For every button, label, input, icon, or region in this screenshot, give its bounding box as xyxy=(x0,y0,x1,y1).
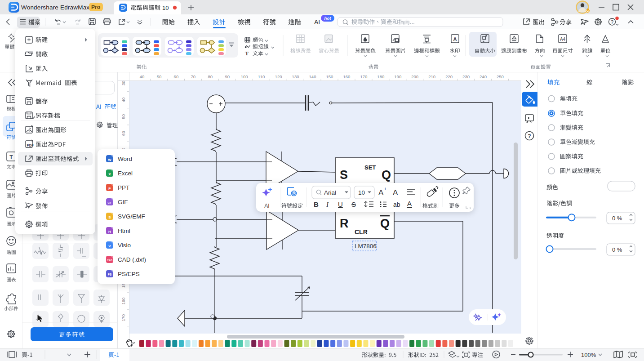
svg-text:S: S xyxy=(351,201,356,208)
svg-text:A: A xyxy=(393,188,398,197)
svg-text:CAD (.dxf): CAD (.dxf) xyxy=(118,256,146,263)
svg-text:V: V xyxy=(108,244,111,248)
svg-text:H: H xyxy=(108,230,111,234)
svg-text:PPT: PPT xyxy=(118,184,129,191)
svg-text:−: − xyxy=(398,186,401,192)
svg-text:PDF: PDF xyxy=(27,143,34,147)
svg-text:GIF: GIF xyxy=(118,199,128,205)
svg-text:Excel: Excel xyxy=(118,170,133,177)
svg-text:X: X xyxy=(108,172,111,176)
svg-text:Word: Word xyxy=(118,156,132,162)
svg-text:S: S xyxy=(108,215,111,219)
svg-text:B: B xyxy=(314,201,319,208)
svg-text:Html: Html xyxy=(118,227,130,234)
svg-text:SVG/EMF: SVG/EMF xyxy=(118,213,145,220)
svg-text:Arial: Arial xyxy=(324,189,336,196)
svg-text:U: U xyxy=(338,201,343,208)
svg-text:PS/EPS: PS/EPS xyxy=(118,271,140,277)
svg-text:AI: AI xyxy=(264,203,269,209)
svg-text:Visio: Visio xyxy=(118,242,131,249)
svg-text:I: I xyxy=(326,201,329,208)
svg-text:10: 10 xyxy=(358,189,365,196)
svg-text:PS: PS xyxy=(108,273,112,276)
svg-text:A: A xyxy=(407,200,412,207)
svg-text:W: W xyxy=(108,158,111,162)
svg-text:A: A xyxy=(378,188,384,197)
svg-text:ab: ab xyxy=(393,201,400,208)
svg-text:GIF: GIF xyxy=(107,201,112,204)
svg-text:+: + xyxy=(384,186,386,192)
svg-text:P: P xyxy=(108,187,111,191)
svg-text:CAD: CAD xyxy=(107,259,112,262)
